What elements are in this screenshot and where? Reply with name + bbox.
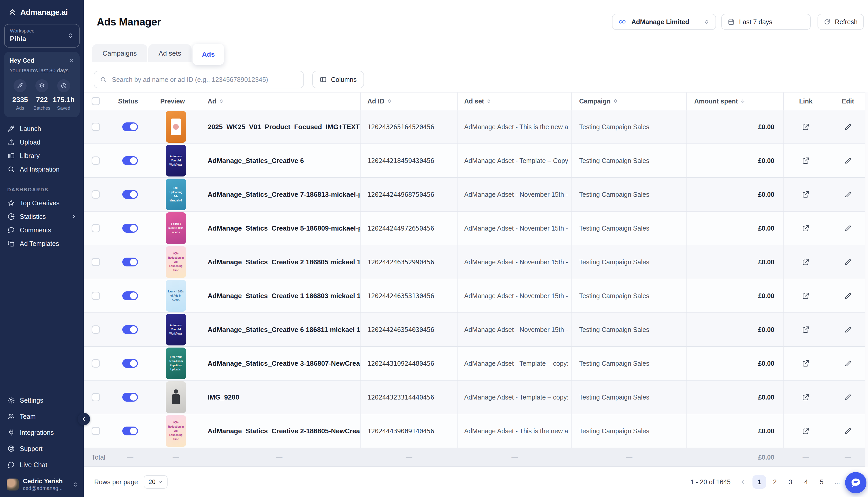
edit-pencil-icon[interactable]: [844, 427, 852, 435]
columns-button[interactable]: Columns: [312, 71, 364, 88]
sidebar-item-integrations[interactable]: Integrations: [0, 425, 84, 441]
column-header-campaign[interactable]: Campaign: [571, 93, 686, 110]
live-chat-fab[interactable]: [845, 472, 866, 493]
page-button-5[interactable]: 5: [815, 475, 828, 489]
brand[interactable]: Admanage.ai: [0, 0, 84, 17]
column-header-edit[interactable]: Edit: [828, 93, 868, 110]
status-toggle[interactable]: [122, 190, 138, 199]
page-button-3[interactable]: 3: [784, 475, 797, 489]
edit-pencil-icon[interactable]: [844, 258, 852, 266]
row-checkbox[interactable]: [92, 123, 100, 131]
ad-name[interactable]: AdManage_Statics_Creative 6: [198, 144, 360, 177]
ad-preview-thumbnail[interactable]: [166, 381, 186, 413]
ad-preview-thumbnail[interactable]: 90% Reduction in Ad Launching Time: [166, 415, 186, 447]
ad-name[interactable]: AdManage_Statics_Creative 7-186813-micka…: [198, 178, 360, 211]
external-link-icon[interactable]: [802, 190, 810, 199]
column-header-link[interactable]: Link: [783, 93, 828, 110]
edit-pencil-icon[interactable]: [844, 224, 852, 232]
edit-pencil-icon[interactable]: [844, 157, 852, 165]
status-toggle[interactable]: [122, 258, 138, 267]
status-toggle[interactable]: [122, 359, 138, 368]
edit-pencil-icon[interactable]: [844, 359, 852, 367]
tab-ads[interactable]: Ads: [193, 44, 224, 65]
sidebar-item-statistics[interactable]: Statistics: [0, 210, 84, 223]
ad-name[interactable]: 2025_WK25_V01_Product_Focused_IMG+TEXT_C: [198, 110, 360, 143]
page-button-ellipsis[interactable]: ...: [830, 475, 844, 489]
ad-name[interactable]: IMG_9280: [198, 381, 360, 414]
user-menu[interactable]: Cedric Yarish ced@admanag...: [0, 473, 84, 497]
edit-pencil-icon[interactable]: [844, 326, 852, 333]
table-scrollbar[interactable]: [865, 92, 868, 467]
tab-campaigns[interactable]: Campaigns: [92, 44, 147, 62]
page-button-2[interactable]: 2: [768, 475, 782, 489]
status-toggle[interactable]: [122, 156, 138, 165]
ad-preview-thumbnail[interactable]: Launch 100s of Ads in <1min.: [166, 280, 186, 312]
row-checkbox[interactable]: [92, 292, 100, 300]
ad-name[interactable]: AdManage_Statics_Creative 1 186803 micka…: [198, 279, 360, 312]
status-toggle[interactable]: [122, 325, 138, 334]
status-toggle[interactable]: [122, 123, 138, 131]
row-checkbox[interactable]: [92, 393, 100, 401]
ad-name[interactable]: AdManage_Statics_Creative 3-186807-NewCr…: [198, 347, 360, 380]
edit-pencil-icon[interactable]: [844, 292, 852, 300]
ad-preview-thumbnail[interactable]: 90% Reduction in Ad Launching Time: [166, 246, 186, 278]
sidebar-item-settings[interactable]: Settings: [0, 392, 84, 408]
column-header-ad-id[interactable]: Ad ID: [360, 93, 457, 110]
sidebar-item-top-creatives[interactable]: Top Creatives: [0, 196, 84, 210]
ad-preview-thumbnail[interactable]: 1 click 1 minute 100s of ads: [166, 212, 186, 244]
column-header-preview[interactable]: Preview: [153, 93, 198, 110]
status-toggle[interactable]: [122, 224, 138, 233]
refresh-button[interactable]: Refresh: [817, 14, 864, 30]
row-checkbox[interactable]: [92, 156, 100, 165]
rows-per-page-select[interactable]: 20: [143, 475, 168, 489]
external-link-icon[interactable]: [802, 325, 810, 334]
sidebar-item-launch[interactable]: Launch: [0, 122, 84, 136]
search-input[interactable]: [111, 75, 298, 84]
ad-preview-thumbnail[interactable]: Still Uploading Ads Manually?: [166, 179, 186, 210]
ad-name[interactable]: AdManage_Statics_Creative 2-186805-NewCr…: [198, 414, 360, 448]
column-header-ad[interactable]: Ad: [198, 93, 360, 110]
row-checkbox[interactable]: [92, 224, 100, 232]
ad-account-selector[interactable]: AdManage Limited: [612, 14, 716, 30]
column-header-ad-set[interactable]: Ad set: [457, 93, 571, 110]
sidebar-item-ad-templates[interactable]: Ad Templates: [0, 237, 84, 250]
column-header-amount-spent[interactable]: Amount spent: [686, 93, 783, 110]
sidebar-item-library[interactable]: Library: [0, 149, 84, 162]
ad-preview-thumbnail[interactable]: [166, 111, 186, 143]
edit-pencil-icon[interactable]: [844, 393, 852, 401]
ad-name[interactable]: AdManage_Statics_Creative 2 186805 micka…: [198, 245, 360, 279]
ad-preview-thumbnail[interactable]: Automate Your Ad Workflows: [166, 145, 186, 176]
select-all-checkbox[interactable]: [92, 97, 100, 105]
row-checkbox[interactable]: [92, 258, 100, 266]
sidebar-collapse-button[interactable]: [78, 413, 90, 425]
sidebar-item-ad-inspiration[interactable]: Ad Inspiration: [0, 162, 84, 176]
external-link-icon[interactable]: [802, 156, 810, 165]
status-toggle[interactable]: [122, 427, 138, 436]
page-button-1[interactable]: 1: [753, 475, 766, 489]
external-link-icon[interactable]: [802, 359, 810, 368]
previous-page-button[interactable]: [740, 479, 746, 485]
sidebar-item-live-chat[interactable]: Live Chat: [0, 457, 84, 473]
workspace-selector[interactable]: Workspace Pihla: [4, 24, 80, 47]
date-range-selector[interactable]: Last 7 days: [721, 14, 811, 30]
ad-name[interactable]: AdManage_Statics_Creative 5-186809-micka…: [198, 212, 360, 245]
external-link-icon[interactable]: [802, 427, 810, 435]
row-checkbox[interactable]: [92, 325, 100, 334]
ad-preview-thumbnail[interactable]: Automate Your Ad Workflows: [166, 314, 186, 345]
close-icon[interactable]: [69, 58, 74, 63]
status-toggle[interactable]: [122, 292, 138, 300]
row-checkbox[interactable]: [92, 190, 100, 199]
external-link-icon[interactable]: [802, 224, 810, 232]
edit-pencil-icon[interactable]: [844, 123, 852, 131]
sidebar-item-support[interactable]: Support: [0, 441, 84, 457]
tab-ad-sets[interactable]: Ad sets: [148, 44, 192, 62]
sidebar-item-team[interactable]: Team: [0, 408, 84, 425]
external-link-icon[interactable]: [802, 258, 810, 266]
edit-pencil-icon[interactable]: [844, 190, 852, 198]
page-button-4[interactable]: 4: [799, 475, 813, 489]
external-link-icon[interactable]: [802, 292, 810, 300]
external-link-icon[interactable]: [802, 123, 810, 131]
row-checkbox[interactable]: [92, 427, 100, 435]
row-checkbox[interactable]: [92, 359, 100, 368]
column-header-status[interactable]: Status: [107, 93, 153, 110]
